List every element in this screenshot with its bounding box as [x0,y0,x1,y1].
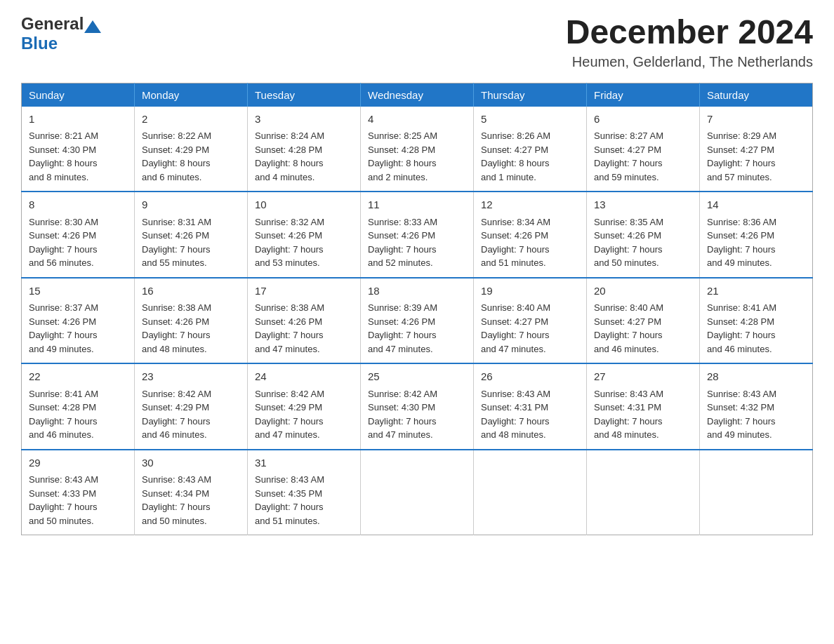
calendar-cell: 28Sunrise: 8:43 AMSunset: 4:32 PMDayligh… [700,363,813,450]
calendar-cell [361,450,474,535]
calendar-cell: 6Sunrise: 8:27 AMSunset: 4:27 PMDaylight… [587,107,700,192]
calendar-cell: 18Sunrise: 8:39 AMSunset: 4:26 PMDayligh… [361,278,474,364]
calendar-cell: 24Sunrise: 8:42 AMSunset: 4:29 PMDayligh… [248,363,361,450]
logo-triangle-icon [84,20,101,33]
logo: General Blue [21,14,101,53]
title-area: December 2024 Heumen, Gelderland, The Ne… [566,14,813,70]
calendar-cell: 8Sunrise: 8:30 AMSunset: 4:26 PMDaylight… [22,192,135,278]
day-number: 30 [142,455,240,471]
day-info: Sunrise: 8:40 AMSunset: 4:27 PMDaylight:… [481,302,550,354]
month-title: December 2024 [566,14,813,51]
calendar-week-row: 1Sunrise: 8:21 AMSunset: 4:30 PMDaylight… [22,107,813,192]
calendar-cell: 16Sunrise: 8:38 AMSunset: 4:26 PMDayligh… [135,278,248,364]
day-info: Sunrise: 8:38 AMSunset: 4:26 PMDaylight:… [255,302,324,354]
day-info: Sunrise: 8:35 AMSunset: 4:26 PMDaylight:… [594,217,663,269]
day-info: Sunrise: 8:26 AMSunset: 4:27 PMDaylight:… [481,130,550,182]
day-number: 10 [255,197,353,213]
calendar-cell: 30Sunrise: 8:43 AMSunset: 4:34 PMDayligh… [135,450,248,535]
day-number: 7 [707,112,805,128]
day-number: 26 [481,369,579,385]
day-number: 28 [707,369,805,385]
day-number: 19 [481,283,579,300]
calendar-cell: 27Sunrise: 8:43 AMSunset: 4:31 PMDayligh… [587,363,700,450]
header-sunday: Sunday [22,83,135,107]
location-title: Heumen, Gelderland, The Netherlands [566,54,813,70]
day-number: 1 [29,112,127,128]
calendar-cell: 10Sunrise: 8:32 AMSunset: 4:26 PMDayligh… [248,192,361,278]
calendar-cell: 9Sunrise: 8:31 AMSunset: 4:26 PMDaylight… [135,192,248,278]
day-info: Sunrise: 8:42 AMSunset: 4:30 PMDaylight:… [368,389,437,441]
calendar-cell: 20Sunrise: 8:40 AMSunset: 4:27 PMDayligh… [587,278,700,364]
day-number: 2 [142,112,240,128]
day-number: 11 [368,197,466,213]
header-thursday: Thursday [474,83,587,107]
day-info: Sunrise: 8:40 AMSunset: 4:27 PMDaylight:… [594,302,663,354]
day-number: 22 [29,369,127,385]
day-info: Sunrise: 8:37 AMSunset: 4:26 PMDaylight:… [29,302,98,354]
calendar-cell: 19Sunrise: 8:40 AMSunset: 4:27 PMDayligh… [474,278,587,364]
day-number: 29 [29,455,127,471]
day-info: Sunrise: 8:31 AMSunset: 4:26 PMDaylight:… [142,217,211,269]
day-number: 23 [142,369,240,385]
day-number: 16 [142,283,240,300]
day-number: 13 [594,197,692,213]
day-info: Sunrise: 8:32 AMSunset: 4:26 PMDaylight:… [255,217,324,269]
day-info: Sunrise: 8:24 AMSunset: 4:28 PMDaylight:… [255,130,324,182]
calendar-cell: 5Sunrise: 8:26 AMSunset: 4:27 PMDaylight… [474,107,587,192]
calendar-cell: 7Sunrise: 8:29 AMSunset: 4:27 PMDaylight… [700,107,813,192]
calendar-cell: 4Sunrise: 8:25 AMSunset: 4:28 PMDaylight… [361,107,474,192]
day-info: Sunrise: 8:33 AMSunset: 4:26 PMDaylight:… [368,217,437,269]
day-number: 24 [255,369,353,385]
day-info: Sunrise: 8:43 AMSunset: 4:34 PMDaylight:… [142,474,211,526]
day-info: Sunrise: 8:42 AMSunset: 4:29 PMDaylight:… [142,389,211,441]
day-number: 18 [368,283,466,300]
day-number: 5 [481,112,579,128]
day-info: Sunrise: 8:21 AMSunset: 4:30 PMDaylight:… [29,130,98,182]
calendar-table: Sunday Monday Tuesday Wednesday Thursday… [21,83,813,536]
calendar-cell: 25Sunrise: 8:42 AMSunset: 4:30 PMDayligh… [361,363,474,450]
header-monday: Monday [135,83,248,107]
day-info: Sunrise: 8:43 AMSunset: 4:33 PMDaylight:… [29,474,98,526]
day-info: Sunrise: 8:34 AMSunset: 4:26 PMDaylight:… [481,217,550,269]
day-number: 20 [594,283,692,300]
calendar-cell: 31Sunrise: 8:43 AMSunset: 4:35 PMDayligh… [248,450,361,535]
header-tuesday: Tuesday [248,83,361,107]
calendar-cell [587,450,700,535]
day-info: Sunrise: 8:42 AMSunset: 4:29 PMDaylight:… [255,389,324,441]
day-info: Sunrise: 8:36 AMSunset: 4:26 PMDaylight:… [707,217,776,269]
calendar-cell: 17Sunrise: 8:38 AMSunset: 4:26 PMDayligh… [248,278,361,364]
calendar-cell: 11Sunrise: 8:33 AMSunset: 4:26 PMDayligh… [361,192,474,278]
day-info: Sunrise: 8:29 AMSunset: 4:27 PMDaylight:… [707,130,776,182]
day-number: 15 [29,283,127,300]
calendar-cell: 3Sunrise: 8:24 AMSunset: 4:28 PMDaylight… [248,107,361,192]
day-info: Sunrise: 8:22 AMSunset: 4:29 PMDaylight:… [142,130,211,182]
calendar-week-row: 8Sunrise: 8:30 AMSunset: 4:26 PMDaylight… [22,192,813,278]
calendar-cell: 22Sunrise: 8:41 AMSunset: 4:28 PMDayligh… [22,363,135,450]
calendar-cell: 1Sunrise: 8:21 AMSunset: 4:30 PMDaylight… [22,107,135,192]
calendar-cell: 2Sunrise: 8:22 AMSunset: 4:29 PMDaylight… [135,107,248,192]
day-number: 9 [142,197,240,213]
day-info: Sunrise: 8:30 AMSunset: 4:26 PMDaylight:… [29,217,98,269]
calendar-cell: 13Sunrise: 8:35 AMSunset: 4:26 PMDayligh… [587,192,700,278]
header-wednesday: Wednesday [361,83,474,107]
calendar-week-row: 22Sunrise: 8:41 AMSunset: 4:28 PMDayligh… [22,363,813,450]
day-number: 8 [29,197,127,213]
calendar-cell: 14Sunrise: 8:36 AMSunset: 4:26 PMDayligh… [700,192,813,278]
header-saturday: Saturday [700,83,813,107]
day-number: 12 [481,197,579,213]
day-info: Sunrise: 8:43 AMSunset: 4:35 PMDaylight:… [255,474,324,526]
day-info: Sunrise: 8:43 AMSunset: 4:31 PMDaylight:… [481,389,550,441]
day-info: Sunrise: 8:38 AMSunset: 4:26 PMDaylight:… [142,302,211,354]
day-info: Sunrise: 8:27 AMSunset: 4:27 PMDaylight:… [594,130,663,182]
calendar-cell [474,450,587,535]
day-number: 25 [368,369,466,385]
calendar-cell: 29Sunrise: 8:43 AMSunset: 4:33 PMDayligh… [22,450,135,535]
day-number: 27 [594,369,692,385]
logo-text-blue: Blue [21,34,101,53]
day-number: 21 [707,283,805,300]
day-number: 31 [255,455,353,471]
calendar-cell: 21Sunrise: 8:41 AMSunset: 4:28 PMDayligh… [700,278,813,364]
calendar-cell: 15Sunrise: 8:37 AMSunset: 4:26 PMDayligh… [22,278,135,364]
day-info: Sunrise: 8:43 AMSunset: 4:32 PMDaylight:… [707,389,776,441]
header-friday: Friday [587,83,700,107]
